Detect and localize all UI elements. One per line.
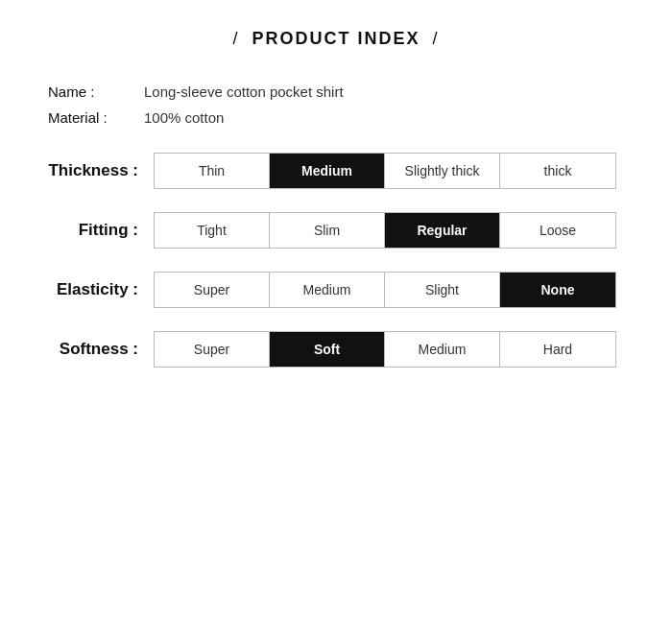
name-label: Name :: [48, 83, 144, 100]
info-section: Name : Long-sleeve cotton pocket shirt M…: [19, 83, 653, 126]
name-value: Long-sleeve cotton pocket shirt: [144, 83, 344, 100]
option-softness-super[interactable]: Super: [155, 332, 270, 367]
index-options-thickness: ThinMediumSlightly thickthick: [154, 153, 616, 189]
title-suffix-slash: /: [433, 29, 440, 48]
index-label-softness: Softness :: [29, 340, 154, 359]
option-softness-soft[interactable]: Soft: [270, 332, 385, 367]
option-thickness-thin[interactable]: Thin: [155, 154, 270, 188]
option-softness-hard[interactable]: Hard: [500, 332, 615, 367]
material-value: 100% cotton: [144, 109, 224, 126]
option-elasticity-none[interactable]: None: [500, 273, 615, 307]
index-label-thickness: Thickness :: [29, 161, 154, 180]
index-options-softness: SuperSoftMediumHard: [154, 331, 616, 368]
option-thickness-medium[interactable]: Medium: [270, 154, 385, 188]
option-thickness-slightly-thick[interactable]: Slightly thick: [385, 154, 500, 188]
material-row: Material : 100% cotton: [48, 109, 653, 126]
index-row-softness: Softness :SuperSoftMediumHard: [19, 331, 653, 368]
name-row: Name : Long-sleeve cotton pocket shirt: [48, 83, 653, 100]
page-title: / PRODUCT INDEX /: [19, 29, 653, 49]
option-softness-medium[interactable]: Medium: [385, 332, 500, 367]
index-options-elasticity: SuperMediumSlightNone: [154, 272, 616, 308]
option-elasticity-medium[interactable]: Medium: [270, 273, 385, 307]
option-fitting-regular[interactable]: Regular: [385, 213, 500, 248]
title-text: PRODUCT INDEX: [252, 29, 420, 48]
option-fitting-tight[interactable]: Tight: [155, 213, 270, 248]
option-fitting-slim[interactable]: Slim: [270, 213, 385, 248]
index-row-fitting: Fitting :TightSlimRegularLoose: [19, 212, 653, 249]
index-label-elasticity: Elasticity :: [29, 280, 154, 299]
option-thickness-thick[interactable]: thick: [500, 154, 615, 188]
index-rows: Thickness :ThinMediumSlightly thickthick…: [19, 153, 653, 368]
index-label-fitting: Fitting :: [29, 221, 154, 240]
index-options-fitting: TightSlimRegularLoose: [154, 212, 616, 249]
material-label: Material :: [48, 109, 144, 126]
title-prefix-slash: /: [232, 29, 239, 48]
index-row-elasticity: Elasticity :SuperMediumSlightNone: [19, 272, 653, 308]
option-fitting-loose[interactable]: Loose: [500, 213, 615, 248]
option-elasticity-slight[interactable]: Slight: [385, 273, 500, 307]
product-index-page: / PRODUCT INDEX / Name : Long-sleeve cot…: [0, 0, 672, 419]
index-row-thickness: Thickness :ThinMediumSlightly thickthick: [19, 153, 653, 189]
option-elasticity-super[interactable]: Super: [155, 273, 270, 307]
